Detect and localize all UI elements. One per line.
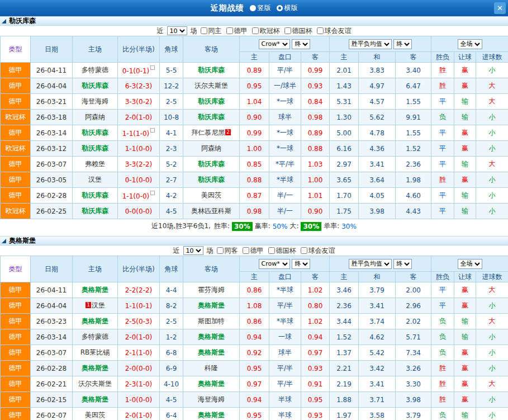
team-name[interactable]: 勒沃库森 bbox=[198, 160, 225, 168]
avg-type-select[interactable]: 胜平负均值 bbox=[349, 259, 392, 269]
home-team-cell[interactable]: 1汉堡 bbox=[73, 298, 118, 314]
away-team-cell[interactable]: 海登海姆 bbox=[183, 392, 240, 408]
score-text[interactable]: 1-0(0-0) bbox=[125, 396, 153, 404]
filter-option[interactable]: 球会友谊 bbox=[317, 26, 352, 36]
score-text[interactable]: 0-1(0-0) bbox=[125, 176, 153, 184]
away-team-cell[interactable]: 美因茨 bbox=[183, 188, 240, 204]
score-cell[interactable]: 2-0(1-0) bbox=[118, 408, 160, 420]
filter-option[interactable]: 同主 bbox=[201, 26, 222, 36]
away-team-cell[interactable]: 勒沃库森 bbox=[183, 157, 240, 172]
filter-option[interactable]: 德甲 bbox=[243, 246, 264, 256]
team-name[interactable]: 海登海姆 bbox=[82, 97, 108, 105]
score-text[interactable]: 2-0(1-0) bbox=[125, 333, 153, 341]
score-cell[interactable]: 0-0(0-0) bbox=[118, 204, 160, 219]
filter-option[interactable]: 球会友谊 bbox=[301, 246, 335, 256]
avg-type-select[interactable]: 胜平负均值 bbox=[349, 39, 392, 49]
away-team-cell[interactable]: 霍芬海姆 bbox=[183, 282, 240, 298]
team-name[interactable]: 汉堡 bbox=[88, 176, 102, 183]
score-text[interactable]: 1-1(1-0) bbox=[122, 130, 150, 138]
team-name[interactable]: 多特蒙德 bbox=[82, 66, 108, 74]
home-team-cell[interactable]: 勒沃库森 bbox=[73, 141, 118, 157]
score-text[interactable]: 0-0(0-0) bbox=[125, 207, 153, 215]
filter-checkbox[interactable] bbox=[268, 247, 275, 254]
home-team-cell[interactable]: 美因茨 bbox=[73, 408, 118, 420]
away-team-cell[interactable]: 科隆 bbox=[183, 361, 240, 376]
home-team-cell[interactable]: 勒沃库森 bbox=[73, 204, 118, 219]
score-text[interactable]: 2-0(0-0) bbox=[125, 365, 153, 372]
close-button[interactable]: ✕ bbox=[494, 2, 506, 14]
team-name[interactable]: 奥格斯堡 bbox=[198, 411, 225, 419]
score-text[interactable]: 2-1(1-0) bbox=[125, 349, 153, 357]
team-name[interactable]: 勒沃库森 bbox=[198, 113, 225, 121]
filter-checkbox[interactable] bbox=[201, 27, 207, 34]
home-team-cell[interactable]: 汉堡 bbox=[73, 172, 118, 188]
team-name[interactable]: 勒沃库森 bbox=[198, 66, 225, 74]
score-cell[interactable]: 2-0(1-0) bbox=[118, 329, 160, 345]
team-name[interactable]: 美因茨 bbox=[201, 191, 221, 199]
away-team-cell[interactable]: 勒沃库森 bbox=[183, 172, 240, 188]
score-text[interactable]: 2-0(1-0) bbox=[125, 412, 153, 419]
filter-checkbox[interactable] bbox=[284, 27, 291, 34]
home-team-cell[interactable]: 奥格斯堡 bbox=[73, 314, 118, 329]
filter-option[interactable]: 同客 bbox=[217, 246, 238, 256]
team-name[interactable]: 勒沃库森 bbox=[198, 97, 225, 105]
team-name[interactable]: 霍芬海姆 bbox=[198, 286, 225, 294]
score-cell[interactable]: 1-1(0-0) bbox=[118, 188, 160, 204]
away-team-cell[interactable]: 奥格斯堡 bbox=[183, 329, 240, 345]
filter-option[interactable]: 欧冠杯 bbox=[252, 26, 280, 36]
score-cell[interactable]: 1-1(0-0) bbox=[118, 141, 160, 157]
team-name[interactable]: 海登海姆 bbox=[198, 395, 225, 403]
score-text[interactable]: 2-0(1-0) bbox=[125, 114, 153, 121]
team-name[interactable]: 多特蒙德 bbox=[82, 333, 108, 341]
team-name[interactable]: 奥格斯堡 bbox=[198, 301, 225, 309]
away-team-cell[interactable]: 勒沃库森 bbox=[183, 63, 240, 78]
score-cell[interactable]: 2-0(1-0) bbox=[118, 110, 160, 125]
home-team-cell[interactable]: RB莱比锡 bbox=[73, 345, 118, 361]
layout-option-vertical[interactable]: 竖版 bbox=[250, 3, 271, 13]
filter-checkbox[interactable] bbox=[226, 27, 233, 34]
avg-final-select[interactable]: 终 bbox=[393, 39, 412, 49]
away-team-cell[interactable]: 奥格斯堡 bbox=[183, 376, 240, 392]
score-cell[interactable]: 1-1(1-0) bbox=[118, 125, 160, 141]
home-team-cell[interactable]: 奥格斯堡 bbox=[73, 361, 118, 376]
score-text[interactable]: 3-3(0-2) bbox=[125, 98, 153, 106]
home-team-cell[interactable]: 弗赖堡 bbox=[73, 157, 118, 172]
odds-company-select[interactable]: Crow* bbox=[259, 259, 290, 269]
away-team-cell[interactable]: 奥林匹亚科斯 bbox=[183, 204, 240, 219]
team-name[interactable]: 美因茨 bbox=[85, 411, 105, 419]
away-team-cell[interactable]: 奥格斯堡 bbox=[183, 408, 240, 420]
team-name[interactable]: 阿森纳 bbox=[85, 113, 105, 121]
away-team-cell[interactable]: 沃尔夫斯堡 bbox=[183, 78, 240, 94]
score-text[interactable]: 0-1(0-1) bbox=[122, 67, 150, 75]
score-cell[interactable]: 0-1(0-0) bbox=[118, 172, 160, 188]
team-name[interactable]: 勒沃库森 bbox=[82, 82, 108, 89]
scope-select[interactable]: 全场 bbox=[458, 259, 482, 269]
layout-option-horizontal[interactable]: 横版 bbox=[277, 3, 298, 13]
score-cell[interactable]: 1-0(0-0) bbox=[118, 392, 160, 408]
score-text[interactable]: 1-1(0-1) bbox=[125, 302, 153, 310]
team-name[interactable]: RB莱比锡 bbox=[80, 348, 110, 356]
team-name[interactable]: 阿森纳 bbox=[201, 144, 221, 152]
home-team-cell[interactable]: 勒沃库森 bbox=[73, 188, 118, 204]
team-name[interactable]: 奥格斯堡 bbox=[198, 348, 225, 356]
team-name[interactable]: 科隆 bbox=[205, 364, 218, 372]
filter-checkbox[interactable] bbox=[217, 247, 224, 254]
filter-checkbox[interactable] bbox=[243, 247, 249, 254]
filter-option[interactable]: 德国杯 bbox=[268, 246, 296, 256]
team-name[interactable]: 拜仁慕尼黑 bbox=[191, 129, 225, 136]
team-name[interactable]: 勒沃库森 bbox=[198, 176, 225, 183]
home-team-cell[interactable]: 海登海姆 bbox=[73, 94, 118, 110]
home-team-cell[interactable]: 奥格斯堡 bbox=[73, 282, 118, 298]
team-name[interactable]: 斯图加特 bbox=[198, 317, 225, 325]
odds-company-select[interactable]: Crow* bbox=[259, 39, 290, 49]
score-text[interactable]: 1-1(0-0) bbox=[125, 145, 153, 153]
score-cell[interactable]: 3-3(2-2) bbox=[118, 157, 160, 172]
odds-final-select[interactable]: 终 bbox=[292, 259, 310, 269]
team-name[interactable]: 弗赖堡 bbox=[85, 160, 105, 168]
score-cell[interactable]: 6-3(2-3) bbox=[118, 78, 160, 94]
score-text[interactable]: 2-2(2-2) bbox=[125, 286, 153, 294]
scope-select[interactable]: 全场 bbox=[458, 39, 482, 49]
team-name[interactable]: 勒沃库森 bbox=[82, 144, 108, 152]
score-cell[interactable]: 2-0(0-0) bbox=[118, 361, 160, 376]
away-team-cell[interactable]: 阿森纳 bbox=[183, 141, 240, 157]
